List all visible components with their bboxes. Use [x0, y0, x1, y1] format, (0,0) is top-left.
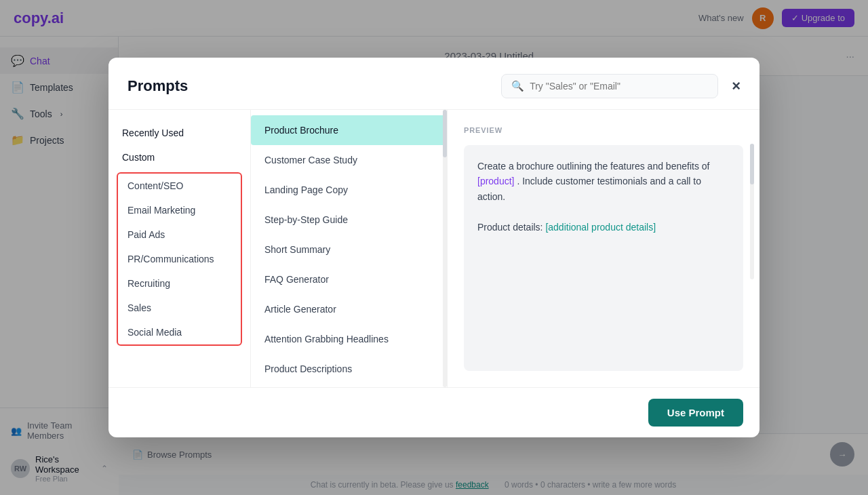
prompt-item-article-generator[interactable]: Article Generator: [251, 294, 447, 324]
custom-nav-item[interactable]: Custom: [108, 145, 250, 170]
nav-email-marketing[interactable]: Email Marketing: [118, 198, 241, 222]
modal-body: Recently Used Custom Content/SEO Email M…: [108, 110, 760, 387]
nav-social-media[interactable]: Social Media: [118, 320, 241, 344]
use-prompt-button[interactable]: Use Prompt: [648, 399, 743, 427]
recently-used-nav-item[interactable]: Recently Used: [108, 121, 250, 145]
prompts-modal: Prompts 🔍 × Recently Used Custom Content…: [108, 58, 760, 437]
preview-scrollbar-thumb: [750, 144, 754, 184]
preview-paragraph1: Create a brochure outlining the features…: [477, 159, 730, 204]
prompt-item-landing-page-copy[interactable]: Landing Page Copy: [251, 175, 447, 205]
modal-footer: Use Prompt: [108, 387, 760, 437]
nav-content-seo[interactable]: Content/SEO: [118, 174, 241, 198]
preview-paragraph2: Product details: [additional product det…: [477, 220, 730, 235]
close-button[interactable]: ×: [732, 79, 741, 94]
preview-scrollbar-track: [750, 144, 754, 279]
search-input[interactable]: [530, 81, 708, 92]
prompt-item-step-by-step-guide[interactable]: Step-by-Step Guide: [251, 205, 447, 235]
scrollbar-thumb: [443, 110, 447, 157]
nav-sales[interactable]: Sales: [118, 296, 241, 320]
modal-overlay: Prompts 🔍 × Recently Used Custom Content…: [0, 0, 868, 495]
modal-header: Prompts 🔍 ×: [108, 58, 760, 110]
search-bar[interactable]: 🔍: [501, 74, 718, 98]
preview-content: Create a brochure outlining the features…: [464, 145, 743, 371]
prompt-item-product-brochure[interactable]: Product Brochure: [251, 115, 447, 145]
scrollbar-track: [443, 110, 447, 387]
prompt-item-product-descriptions[interactable]: Product Descriptions: [251, 354, 447, 384]
prompt-item-customer-case-study[interactable]: Customer Case Study: [251, 145, 447, 175]
prompt-item-short-summary[interactable]: Short Summary: [251, 235, 447, 264]
preview-label: PREVIEW: [464, 126, 743, 134]
nav-pr-communications[interactable]: PR/Communications: [118, 247, 241, 271]
prompt-item-faq-generator[interactable]: FAQ Generator: [251, 264, 447, 294]
modal-center-list: Product Brochure Customer Case Study Lan…: [251, 110, 448, 387]
modal-right-preview: PREVIEW Create a brochure outlining the …: [448, 110, 760, 387]
search-icon: 🔍: [511, 80, 524, 92]
nav-recruiting[interactable]: Recruiting: [118, 271, 241, 296]
prompt-item-attention-grabbing-headlines[interactable]: Attention Grabbing Headlines: [251, 324, 447, 354]
category-group: Content/SEO Email Marketing Paid Ads PR/…: [117, 172, 242, 346]
modal-title: Prompts: [127, 77, 188, 95]
nav-paid-ads[interactable]: Paid Ads: [118, 222, 241, 247]
modal-left-nav: Recently Used Custom Content/SEO Email M…: [108, 110, 251, 387]
preview-additional-details: [additional product details]: [545, 222, 656, 233]
